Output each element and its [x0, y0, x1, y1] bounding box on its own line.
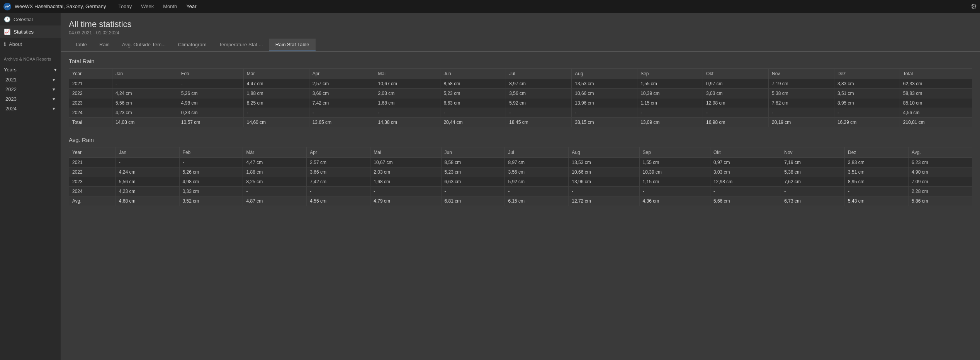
- table-cell: 10,57 cm: [178, 118, 243, 127]
- table-cell: 12,98 cm: [703, 98, 769, 108]
- table-cell: 8,97 cm: [505, 158, 569, 167]
- nav-month[interactable]: Month: [158, 0, 182, 13]
- table-cell: 8,58 cm: [441, 158, 505, 167]
- tab-climatogram[interactable]: Climatogram: [172, 39, 213, 51]
- tabs: Table Rain Avg. Outside Tem... Climatogr…: [61, 39, 980, 52]
- table-cell: 1,68 cm: [375, 98, 440, 108]
- sidebar-item-statistics[interactable]: 📈 Statistics: [0, 25, 61, 38]
- table-cell: 4,55 cm: [307, 196, 370, 206]
- svg-point-1: [6, 5, 8, 8]
- table-cell: -: [179, 158, 243, 167]
- table-cell: 1,15 cm: [639, 177, 710, 187]
- table-cell: 2022: [69, 89, 112, 98]
- sidebar-item-celestial[interactable]: 🕐 Celestial: [0, 13, 61, 25]
- settings-icon[interactable]: ⚙: [971, 2, 977, 11]
- year-2023-chevron-icon: ▾: [53, 96, 55, 102]
- year-2021-chevron-icon: ▾: [53, 77, 55, 83]
- tab-table[interactable]: Table: [69, 39, 93, 51]
- table-cell: 20,19 cm: [768, 118, 834, 127]
- avg-rain-header-row: Year Jan Feb Mär Apr Mai Jun Jul Aug Sep…: [69, 147, 972, 158]
- table-cell: 13,96 cm: [572, 98, 637, 108]
- nav-today[interactable]: Today: [114, 0, 137, 13]
- topbar: WeeWX Haselbachtal, Saxony, Germany Toda…: [0, 0, 980, 13]
- years-header[interactable]: Years ▾: [0, 64, 61, 75]
- th-mai-avg: Mai: [370, 147, 441, 158]
- year-item-2023[interactable]: 2023 ▾: [0, 94, 61, 104]
- sidebar-item-about[interactable]: ℹ About: [0, 38, 61, 50]
- table-cell: 18,45 cm: [506, 118, 572, 127]
- table-cell: 5,43 cm: [845, 196, 909, 206]
- tab-avg-outside-temp[interactable]: Avg. Outside Tem...: [116, 39, 172, 51]
- tab-rain-stat-table[interactable]: Rain Stat Table: [269, 39, 316, 51]
- th-feb: Feb: [178, 69, 243, 79]
- table-cell: 85,10 cm: [900, 98, 972, 108]
- table-cell: 4,47 cm: [243, 158, 307, 167]
- table-cell: 5,56 cm: [115, 177, 179, 187]
- table-cell: -: [639, 187, 710, 196]
- table-cell: 4,79 cm: [370, 196, 441, 206]
- table-cell: -: [505, 187, 569, 196]
- table-cell: 6,15 cm: [505, 196, 569, 206]
- tab-temperature-stat[interactable]: Temperature Stat ...: [212, 39, 269, 51]
- table-cell: 8,95 cm: [834, 98, 900, 108]
- table-cell: 1,55 cm: [639, 158, 710, 167]
- app-logo: [3, 2, 12, 11]
- table-cell: 38,15 cm: [572, 118, 637, 127]
- table-cell: 1,55 cm: [637, 79, 703, 89]
- year-item-2022[interactable]: 2022 ▾: [0, 85, 61, 94]
- table-row: 20244,23 cm0,33 cm----------2,28 cm: [69, 187, 972, 196]
- page-subtitle: 04.03.2021 - 01.02.2024: [69, 30, 972, 35]
- th-okt-avg: Okt: [710, 147, 781, 158]
- table-cell: 5,66 cm: [710, 196, 781, 206]
- table-cell: 3,66 cm: [307, 167, 370, 177]
- th-year: Year: [69, 69, 112, 79]
- th-jul-avg: Jul: [505, 147, 569, 158]
- th-aug: Aug: [572, 69, 637, 79]
- th-jul: Jul: [506, 69, 572, 79]
- table-cell: 16,29 cm: [834, 118, 900, 127]
- table-cell: 14,38 cm: [375, 118, 440, 127]
- table-cell: 2,57 cm: [307, 158, 370, 167]
- table-cell: 6,23 cm: [908, 158, 972, 167]
- table-cell: Total: [69, 118, 112, 127]
- tab-rain[interactable]: Rain: [93, 39, 116, 51]
- table-cell: 5,26 cm: [178, 89, 243, 98]
- table-cell: 0,33 cm: [179, 187, 243, 196]
- table-row: 20224,24 cm5,26 cm1,88 cm3,66 cm2,03 cm5…: [69, 89, 972, 98]
- table-cell: 8,97 cm: [506, 79, 572, 89]
- table-cell: 10,66 cm: [572, 89, 637, 98]
- page-header: All time statistics 04.03.2021 - 01.02.2…: [61, 13, 980, 39]
- body: 🕐 Celestial 📈 Statistics ℹ About Archive…: [0, 13, 980, 360]
- years-label: Years: [4, 67, 17, 73]
- nav-year[interactable]: Year: [182, 0, 201, 13]
- table-cell: 12,98 cm: [710, 177, 781, 187]
- table-cell: -: [710, 187, 781, 196]
- table-cell: 4,36 cm: [639, 196, 710, 206]
- table-row: 20235,56 cm4,98 cm8,25 cm7,42 cm1,68 cm6…: [69, 177, 972, 187]
- table-cell: 0,33 cm: [178, 108, 243, 118]
- year-item-2024[interactable]: 2024 ▾: [0, 104, 61, 113]
- table-row: 2021--4,47 cm2,57 cm10,67 cm8,58 cm8,97 …: [69, 79, 972, 89]
- table-cell: 0,97 cm: [710, 158, 781, 167]
- sidebar-label-statistics: Statistics: [14, 29, 34, 35]
- table-cell: 3,83 cm: [834, 79, 900, 89]
- th-jan: Jan: [112, 69, 178, 79]
- sidebar: 🕐 Celestial 📈 Statistics ℹ About Archive…: [0, 13, 61, 360]
- total-rain-title: Total Rain: [69, 58, 972, 64]
- table-cell: 4,23 cm: [112, 108, 178, 118]
- th-avg: Avg.: [908, 147, 972, 158]
- table-cell: 1,88 cm: [243, 167, 307, 177]
- table-cell: 12,72 cm: [569, 196, 639, 206]
- table-row: Total14,03 cm10,57 cm14,60 cm13,65 cm14,…: [69, 118, 972, 127]
- year-item-2021[interactable]: 2021 ▾: [0, 75, 61, 85]
- table-cell: 2023: [69, 177, 116, 187]
- table-cell: 6,63 cm: [441, 177, 505, 187]
- nav-week[interactable]: Week: [136, 0, 158, 13]
- year-2021-label: 2021: [5, 77, 17, 83]
- th-sep-avg: Sep: [639, 147, 710, 158]
- table-cell: -: [637, 108, 703, 118]
- table-cell: 6,81 cm: [441, 196, 505, 206]
- table-cell: -: [441, 187, 505, 196]
- years-chevron-icon: ▾: [54, 67, 57, 73]
- table-cell: 4,24 cm: [112, 89, 178, 98]
